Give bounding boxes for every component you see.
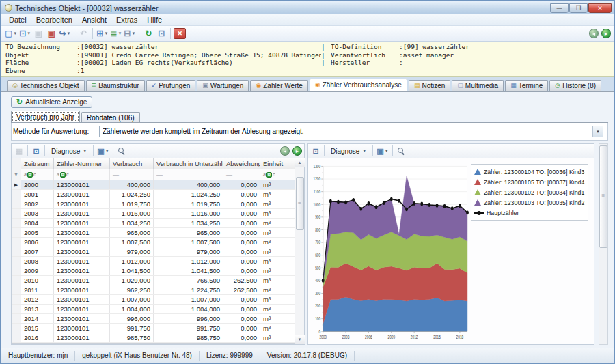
undo-button: ↶ (77, 27, 90, 40)
grid-prev-button[interactable]: ◄ (280, 146, 290, 156)
subtab-rohdaten-106-[interactable]: Rohdaten (106) (81, 112, 140, 122)
info-label: Ebene (5, 67, 77, 75)
tab-baumstruktur[interactable]: ≣Baumstruktur (86, 80, 145, 91)
cell-abweichung: 262,500 (223, 285, 260, 294)
filter-cell-verbrauch[interactable]: — (110, 169, 154, 180)
minimize-button[interactable]: — (550, 3, 569, 13)
info-label: Objekt (5, 51, 77, 59)
filter-cell-zeitraum[interactable]: aBc (21, 169, 54, 180)
table-row[interactable]: 2016123000101985,750985,7500,000m³ (12, 333, 295, 343)
scroll-down-icon[interactable]: ▼ (295, 335, 305, 344)
toolbar-separator (372, 145, 373, 156)
cell-einheit: m³ (260, 180, 290, 189)
svg-text:900: 900 (315, 214, 320, 219)
page-vertical-scrollbar[interactable] (599, 143, 608, 345)
method-combobox[interactable]: Zählerwerte werden komplett im Zeitraum … (99, 126, 603, 137)
legend-item: Zähler: 123000104 TO: [00036] Kind3 (474, 167, 585, 177)
grid-scroll-thumb[interactable] (296, 177, 304, 230)
diagnose-button[interactable]: Diagnose▼ (48, 145, 90, 156)
subtab-verbrauch-pro-jahr[interactable]: Verbrauch pro Jahr (11, 111, 80, 122)
print-button[interactable]: ⊟▼ (123, 27, 136, 40)
table-row[interactable]: 20041230001011.034,2501.034,2500,000m³ (12, 219, 295, 228)
detach-chart-icon: ⊡ (312, 147, 318, 156)
grid-vertical-scrollbar[interactable]: ▲ ▼ (295, 158, 304, 344)
tab-termine[interactable]: ▦Termine (505, 80, 548, 91)
column-header-einheit[interactable]: Einheit (260, 158, 290, 169)
detach-window-button[interactable]: ⊡ (155, 27, 167, 40)
filter-cell-z-hler-nummer[interactable]: aBc (54, 169, 110, 180)
filter-cell-einheit[interactable]: aBc (260, 169, 290, 180)
table-row[interactable]: 20131230001011.004,0001.004,0000,000m³ (12, 305, 295, 314)
import-icon: ▣ (48, 29, 55, 38)
table-row[interactable]: 20121230001011.007,0001.007,0000,000m³ (12, 295, 295, 305)
table-row[interactable]: 20011230001011.024,2501.024,2500,000m³ (12, 190, 295, 199)
tab-technisches-objekt[interactable]: ◎Technisches Objekt (7, 80, 85, 91)
table-row[interactable]: 20091230001011.041,5001.041,5000,000m³ (12, 266, 295, 276)
column-header-zeitraum[interactable]: Zeitraum▲ (21, 158, 54, 169)
filter-cell-abweichung[interactable]: — (223, 169, 260, 180)
chart-save-button[interactable]: ▣▼ (376, 145, 389, 156)
tab-wartungen[interactable]: ▣Wartungen (197, 80, 249, 91)
table-row[interactable]: 20021230001011.019,7501.019,7500,000m³ (12, 199, 295, 209)
print-preview-button[interactable] (116, 145, 127, 156)
grid-next-button[interactable]: ► (292, 146, 302, 156)
page-scroll-thumb[interactable] (599, 145, 607, 248)
chart-diagnose-button[interactable]: Diagnose▼ (327, 145, 370, 156)
table-row[interactable]: 20061230001011.007,5001.007,5000,000m³ (12, 238, 295, 247)
maximize-button[interactable]: ❑ (569, 3, 588, 13)
nav-forward-button[interactable]: ► (601, 29, 611, 38)
column-header-verbrauch-in-unterz-hlern[interactable]: Verbrauch in Unterzählern (154, 158, 223, 169)
menu-item-extras[interactable]: Extras (111, 15, 142, 25)
diagnose-button-label: Diagnose (51, 148, 80, 155)
refresh-icon-button[interactable]: ↻ (142, 27, 154, 40)
column-header-verbrauch[interactable]: Verbrauch (110, 158, 154, 169)
tab-historie-8-[interactable]: ◷Historie (8) (549, 80, 601, 91)
new-document-button[interactable]: ▢▼ (4, 27, 18, 40)
table-row[interactable]: 20031230001011.016,0001.016,0000,000m³ (12, 209, 295, 219)
refresh-display-button[interactable]: ↻ Aktualisiere Anzeige (11, 96, 92, 108)
close-button[interactable]: ✕ (588, 3, 612, 13)
filter-cell-verbrauch-in-unterz-hlern[interactable]: — (154, 169, 223, 180)
import-button[interactable]: ▣ (45, 27, 57, 40)
tab-z-hler-werte[interactable]: ◉Zähler Werte (250, 80, 308, 91)
info-row: Fläche: [00002] Laden EG rechts(Verkaufs… (5, 59, 321, 67)
table-row[interactable]: 2011123000101962,2501.224,750262,500m³ (12, 285, 295, 295)
combo-dropdown-icon[interactable]: ▼ (592, 126, 603, 137)
svg-text:1200: 1200 (313, 176, 320, 181)
cell-zeitraum: 2003 (21, 209, 54, 218)
export-button[interactable]: ↪▼ (58, 27, 71, 40)
svg-text:100: 100 (315, 316, 320, 321)
table-row[interactable]: 2014123000101996,000996,0000,000m³ (12, 314, 295, 324)
column-header-abweichung[interactable]: Abweichung (223, 158, 260, 169)
menu-item-hilfe[interactable]: Hilfe (142, 15, 167, 25)
chart-preview-button[interactable] (396, 145, 407, 156)
cell-verbrauch-in-unterz-hlern: 1.224,750 (154, 285, 223, 294)
detach-grid-button[interactable]: ⊡ (31, 145, 42, 156)
menu-item-datei[interactable]: Datei (4, 15, 31, 25)
window-view-button[interactable]: ⊞▼ (96, 27, 109, 40)
info-separator: | (321, 59, 331, 67)
table-row[interactable]: 2015123000101991,750991,7500,000m³ (12, 324, 295, 333)
save-view-button[interactable]: ▣▼ (96, 145, 109, 156)
menu-item-bearbeiten[interactable]: Bearbeiten (31, 15, 77, 25)
title-bar[interactable]: Technisches Objekt - [00032] wasserzähle… (1, 1, 614, 14)
column-header-z-hler-nummer[interactable]: Zähler-Nummer (54, 158, 110, 169)
table-row[interactable]: ▶2000123000101400,000400,0000,000m³ (12, 180, 295, 190)
dropdown-caret-icon: ▼ (83, 149, 87, 153)
tab-multimedia[interactable]: ▢Multimedia (452, 80, 504, 91)
tab-notizen[interactable]: ▤Notizen (409, 80, 450, 91)
tab-pr-fungen[interactable]: ✓Prüfungen (146, 80, 196, 91)
nav-back-button[interactable]: ◄ (589, 29, 599, 38)
menu-item-ansicht[interactable]: Ansicht (77, 15, 111, 25)
scroll-up-icon[interactable]: ▲ (295, 158, 305, 167)
cell-zeitraum: 2015 (21, 324, 54, 333)
table-row[interactable]: 20081230001011.012,0001.012,0000,000m³ (12, 257, 295, 266)
close-view-button[interactable]: ✕ (174, 28, 186, 39)
table-row[interactable]: 2007123000101979,000979,0000,000m³ (12, 247, 295, 257)
tab-z-hler-verbrauchsanalyse[interactable]: ◉Zähler Verbrauchsanalyse (310, 79, 407, 91)
table-row[interactable]: 20101230001011.029,000766,500-262,500m³ (12, 276, 295, 285)
detach-chart-button[interactable]: ⊡ (310, 145, 321, 156)
table-row[interactable]: 2005123000101965,000965,0000,000m³ (12, 228, 295, 238)
list-view-button[interactable]: ≣▼ (109, 27, 122, 40)
open-object-button[interactable]: ⊡▼ (18, 27, 31, 40)
